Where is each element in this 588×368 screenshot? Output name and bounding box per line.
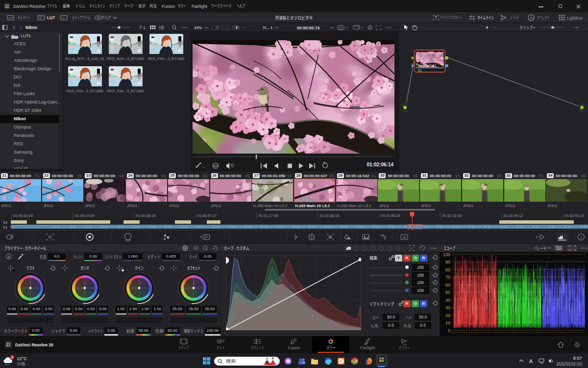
- svg-text:40: 40: [445, 298, 450, 303]
- svg-text:3D: 3D: [402, 236, 406, 239]
- svg-text:70: 70: [445, 275, 450, 280]
- svg-text:90: 90: [445, 260, 450, 264]
- svg-text:01: 01: [418, 69, 422, 72]
- svg-text:0: 0: [448, 328, 450, 333]
- svg-text:HDR: HDR: [125, 239, 131, 242]
- svg-text:30: 30: [445, 305, 450, 310]
- svg-text:A: A: [529, 358, 533, 364]
- svg-text:80: 80: [445, 267, 450, 272]
- svg-text:A: A: [7, 255, 10, 259]
- svg-text:100: 100: [443, 252, 450, 257]
- svg-text:2: 2: [11, 356, 13, 359]
- svg-text:60: 60: [445, 283, 450, 288]
- svg-text:fx: fx: [530, 16, 533, 20]
- svg-text:50: 50: [445, 290, 450, 295]
- svg-text:10: 10: [445, 320, 450, 325]
- svg-text:20: 20: [445, 313, 450, 318]
